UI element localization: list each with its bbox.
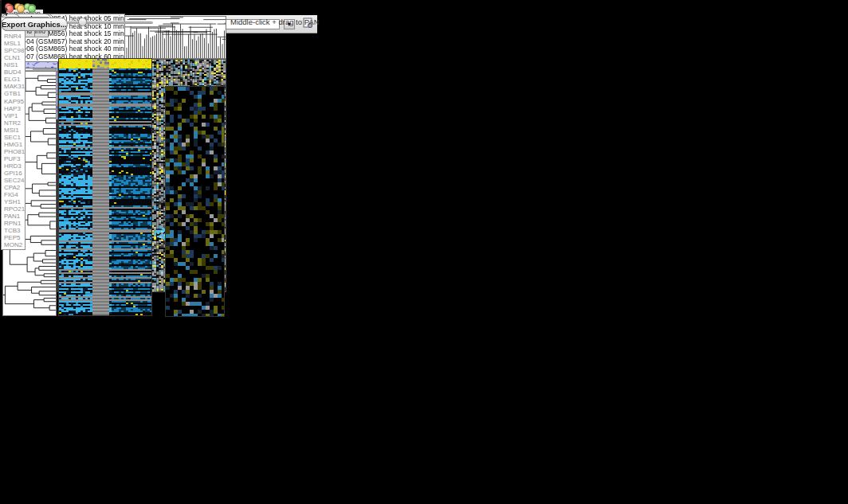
status-pan-hint: Middle-click + drag to PAN bbox=[230, 18, 320, 26]
slider-thumb[interactable] bbox=[78, 18, 87, 26]
scroll-up-arrow[interactable]: ▲ bbox=[4, 6, 9, 11]
gene-label[interactable]: HMG1 bbox=[4, 141, 25, 148]
gene-label[interactable]: PUF3 bbox=[4, 155, 25, 162]
gene-label[interactable]: TCB3 bbox=[4, 227, 25, 234]
gene-label[interactable]: RPN1 bbox=[4, 220, 25, 227]
gene-label[interactable]: GPI16 bbox=[4, 170, 25, 177]
gene-label[interactable]: MAK31 bbox=[4, 83, 25, 90]
gene-label[interactable]: YSH1 bbox=[4, 198, 25, 205]
gene-label[interactable]: VIP1 bbox=[4, 112, 25, 119]
gene-label[interactable]: PHO81 bbox=[4, 148, 25, 155]
gene-label[interactable]: SPC98 bbox=[4, 47, 25, 54]
gene-label[interactable]: PAN1 bbox=[4, 213, 25, 220]
gene-label[interactable]: ELG1 bbox=[4, 76, 25, 83]
gene-label[interactable]: CLN1 bbox=[4, 54, 25, 61]
gene-label[interactable]: CPA2 bbox=[4, 184, 25, 191]
gene-label[interactable]: MSL1 bbox=[4, 40, 25, 47]
gene-label[interactable]: HRD3 bbox=[4, 162, 25, 170]
desktop: Cytoscape Desktop (Session Name: collins… bbox=[0, 0, 848, 504]
gene-label[interactable]: RNR4 bbox=[4, 33, 25, 40]
zoom-button[interactable] bbox=[28, 5, 36, 13]
tv2-zoom-heatmap[interactable] bbox=[165, 86, 225, 317]
minimize-button[interactable] bbox=[17, 5, 25, 13]
gene-label[interactable]: GTB1 bbox=[4, 90, 25, 97]
gene-label[interactable]: FIG4 bbox=[4, 191, 25, 198]
gene-label[interactable]: SEC24 bbox=[4, 177, 25, 184]
gene-label[interactable]: MON2 bbox=[4, 241, 25, 248]
gene-label[interactable]: KAP95 bbox=[4, 98, 25, 105]
tv2-heatmap[interactable] bbox=[58, 58, 152, 316]
gene-label[interactable]: NIS1 bbox=[4, 61, 25, 68]
gene-label[interactable]: NTR2 bbox=[4, 119, 25, 127]
gene-label[interactable]: BUD4 bbox=[4, 68, 25, 76]
window-controls bbox=[6, 5, 36, 13]
gene-label[interactable]: SEC1 bbox=[4, 134, 25, 141]
gene-label[interactable]: MSI1 bbox=[4, 127, 25, 134]
tv2-export-graphics-button[interactable]: Export Graphics... bbox=[1, 18, 68, 31]
treeview2-window: ClusterMaker TreeView : combined_scores_… bbox=[0, 0, 2, 18]
tv2-gene-list: PFD1YRA1RNR4MSL1SPC98CLN1NIS1BUD4ELG1MAK… bbox=[1, 17, 26, 250]
gene-label[interactable]: RPO21 bbox=[4, 205, 25, 213]
gene-label[interactable]: HAP3 bbox=[4, 105, 25, 112]
gene-label[interactable]: PEP5 bbox=[4, 234, 25, 241]
